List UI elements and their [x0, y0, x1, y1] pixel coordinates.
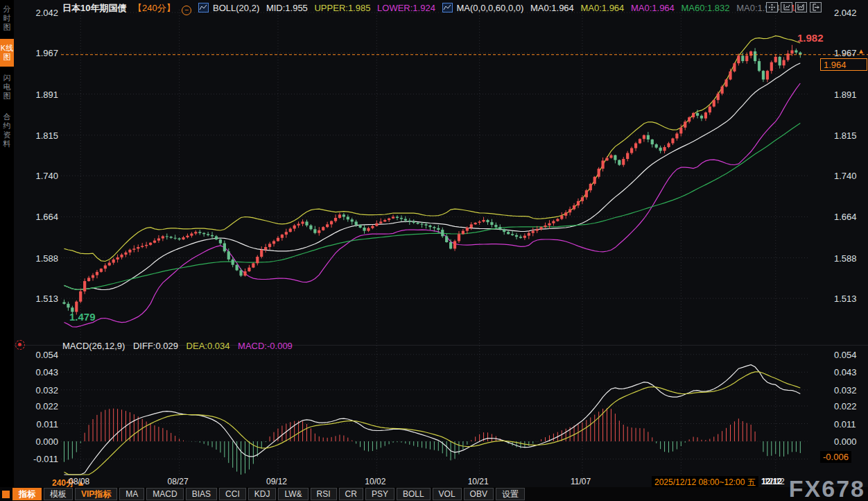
boll-upper-value: UPPER:1.985 — [314, 3, 370, 13]
price-tick-left: 1.588 — [19, 253, 58, 264]
last-date-label: 12/12 — [761, 477, 782, 486]
price-tick-left: 1.513 — [19, 294, 58, 304]
period-adjust-icon[interactable]: − — [182, 6, 191, 15]
toolbar-button-PSY[interactable]: PSY — [365, 488, 394, 500]
macd-tick-left: -0.011 — [19, 454, 58, 464]
ma0-value-white: MA0:1.964 — [530, 3, 574, 13]
chart-toolbar-icons — [766, 2, 822, 12]
date-tick-label: 10/21 — [468, 477, 489, 486]
macd-tick-right: 0.032 — [834, 385, 857, 396]
last-price-badge: 1.964 — [820, 58, 867, 71]
boll-indicator-icon[interactable] — [198, 3, 209, 12]
macd-tick-right: 0.043 — [834, 367, 857, 377]
toolbar-button-设置[interactable]: 设置 — [496, 488, 525, 500]
macd-tick-left: 0.032 — [19, 385, 58, 396]
sidebar-item-2[interactable]: 闪电图 — [0, 69, 14, 105]
toolbar-button-MA[interactable]: MA — [119, 488, 144, 500]
date-tick-label: 10/02 — [365, 477, 385, 486]
ma-indicator-icon[interactable] — [442, 3, 453, 12]
macd-tick-left: 0.000 — [19, 436, 58, 447]
toolbar-button-VIP指标[interactable]: VIP指标 — [75, 488, 117, 500]
macd-tick-right: 0.054 — [834, 350, 857, 360]
date-tick-label: 08/27 — [168, 477, 189, 486]
price-tick-right: 1.967 — [834, 48, 857, 58]
instrument-title: 日本10年期国债 — [62, 3, 126, 13]
macd-hist-value: MACD:-0.009 — [238, 341, 293, 351]
boll-label: BOLL(20,2) — [213, 3, 259, 13]
ma60-value: MA60:1.832 — [681, 3, 729, 13]
macd-tick-right: 0.000 — [834, 436, 857, 447]
macd-tick-right: 0.011 — [834, 419, 856, 430]
price-tick-right: 1.588 — [834, 253, 857, 264]
price-tick-left: 1.740 — [19, 171, 58, 181]
trading-app-window: 分时图K线图闪电图合约资料 日本10年期国债 【240分】 − BOLL(20,… — [0, 0, 868, 501]
date-tick-label: 08/08 — [69, 477, 89, 486]
chart-type-sidebar: 分时图K线图闪电图合约资料 — [0, 0, 14, 501]
price-tick-right: 1.815 — [834, 130, 857, 141]
macd-tick-left: 0.043 — [19, 367, 58, 377]
toolbar-button-模板[interactable]: 模板 — [44, 488, 73, 500]
price-tick-left: 1.664 — [19, 212, 58, 222]
price-up-arrow-icon: ▲ — [858, 47, 865, 55]
boll-mid-value: MID:1.955 — [266, 3, 308, 13]
toolbar-button-LW&[interactable]: LW& — [278, 488, 308, 500]
boll-lower-value: LOWER:1.924 — [377, 3, 435, 13]
price-tick-right: 1.513 — [834, 294, 857, 304]
ma0-value-magenta: MA0:1.964 — [631, 3, 675, 13]
macd-diff-value: DIFF:0.029 — [133, 341, 178, 351]
macd-tick-right: 0.022 — [834, 401, 857, 411]
macd-dea-value: DEA:0.034 — [186, 341, 230, 351]
indicator-toolbar: 指标模板VIP指标MAMACDBIASCCIKDJLW&RSICRPSYBOLL… — [0, 487, 868, 501]
price-tick-left: 1.815 — [19, 130, 58, 141]
toolbar-button-KDJ[interactable]: KDJ — [248, 488, 277, 500]
toolbar-button-OBV[interactable]: OBV — [464, 488, 494, 500]
toolbar-button-CCI[interactable]: CCI — [219, 488, 246, 500]
price-tick-right: 2.042 — [834, 8, 857, 18]
ma0-value-yellow: MA0:1.964 — [580, 3, 624, 13]
toolbar-button-VOL[interactable]: VOL — [433, 488, 462, 500]
exit-panel-icon[interactable] — [810, 2, 822, 12]
sidebar-item-0[interactable]: 分时图 — [0, 0, 14, 37]
toolbar-button-CR[interactable]: CR — [339, 488, 363, 500]
period-high-label: 1.982 — [797, 32, 824, 44]
macd-last-badge: -0.006 — [820, 451, 851, 463]
toolbar-button-RSI[interactable]: RSI — [311, 488, 337, 500]
chart-header: 日本10年期国债 【240分】 − BOLL(20,2) MID:1.955 U… — [62, 2, 804, 15]
axis-left-chart-icon[interactable] — [781, 2, 792, 12]
sidebar-item-1[interactable]: K线图 — [0, 39, 14, 67]
toolbar-menu-icon[interactable] — [2, 491, 10, 498]
price-tick-right: 1.891 — [834, 90, 857, 100]
pane-divider-handle[interactable] — [15, 340, 25, 350]
macd-label: MACD(26,12,9) — [62, 341, 125, 351]
macd-tick-left: 0.022 — [19, 401, 58, 411]
date-tick-label: 11/07 — [571, 477, 591, 486]
toolbar-button-BOLL[interactable]: BOLL — [397, 488, 431, 500]
crosshair-icon[interactable] — [766, 2, 778, 12]
axis-right-chart-icon[interactable] — [795, 2, 807, 12]
toolbar-button-BIAS[interactable]: BIAS — [186, 488, 217, 500]
period-low-label: 1.479 — [69, 311, 96, 323]
toolbar-button-MACD[interactable]: MACD — [146, 488, 183, 500]
period-label[interactable]: 【240分】 — [133, 3, 175, 13]
macd-tick-left: 0.054 — [19, 350, 58, 360]
date-tick-label: 09/12 — [266, 477, 287, 486]
chart-plot-area[interactable] — [0, 0, 868, 488]
ma-params: MA(0,0,0,60,0,0) — [457, 3, 524, 13]
price-tick-right: 1.664 — [834, 212, 857, 222]
toolbar-button-指标[interactable]: 指标 — [12, 488, 42, 500]
macd-header: MACD(26,12,9) DIFF:0.029 DEA:0.034 MACD:… — [62, 341, 298, 351]
price-tick-left: 1.891 — [19, 90, 58, 100]
price-tick-left: 2.042 — [19, 8, 58, 18]
macd-tick-left: 0.011 — [19, 419, 58, 430]
price-tick-left: 1.967 — [19, 48, 58, 58]
price-tick-right: 1.740 — [834, 171, 857, 181]
sidebar-item-3[interactable]: 合约资料 — [0, 108, 14, 153]
